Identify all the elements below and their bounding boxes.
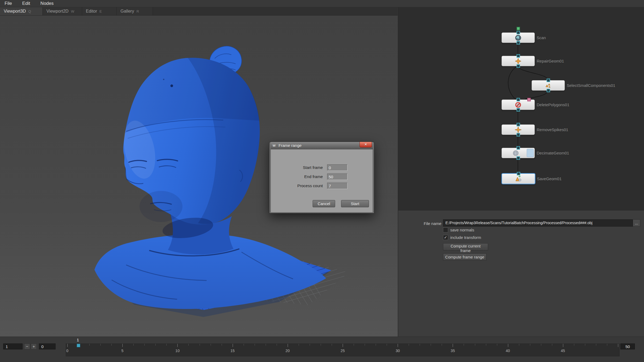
node-scan[interactable]: Scan	[502, 32, 535, 43]
node-decimategeom01[interactable]: DecimateGeom01	[502, 148, 535, 158]
output-port[interactable]	[517, 156, 520, 160]
node-selectsmallcomponents01[interactable]: SelectSmallComponents01	[532, 80, 565, 91]
ruler-tick	[453, 344, 453, 347]
dialog-body: Start frame End frame Process count Canc…	[270, 149, 373, 213]
ruler-label: 25	[341, 349, 345, 353]
tab-gallery[interactable]: Gallery R	[117, 7, 153, 15]
menu-bar: File Edit Nodes	[0, 0, 644, 7]
process-count-input[interactable]	[327, 183, 347, 189]
node-label: SelectSmallComponents01	[567, 80, 615, 90]
start-port[interactable]	[517, 27, 520, 30]
output-port[interactable]	[517, 133, 520, 136]
node-removespikes01[interactable]: RemoveSpikes01	[502, 124, 535, 135]
include-transform-checkbox[interactable]: ✓ include transform	[443, 235, 481, 240]
dialog-title: Frame range	[279, 143, 302, 148]
save-normals-checkbox[interactable]: save normals	[443, 227, 474, 232]
ruler-tick	[111, 344, 112, 346]
node-graph-panel[interactable]: Scan RepairGeom01 SelectSmallComponents0…	[398, 7, 644, 210]
ruler-label: 15	[230, 349, 235, 353]
input-port[interactable]	[517, 98, 520, 101]
tab-editor[interactable]: Editor E	[82, 7, 117, 15]
select-small-components-node-icon	[545, 82, 552, 89]
input-port[interactable]	[517, 172, 520, 175]
ruler-tick	[486, 344, 486, 346]
output-port[interactable]	[547, 89, 550, 92]
start-button[interactable]: Start	[341, 200, 369, 207]
menu-file[interactable]: File	[0, 0, 16, 7]
input-port[interactable]	[547, 79, 550, 82]
range-start-input[interactable]: 0	[39, 343, 56, 349]
ruler-tick	[574, 344, 574, 346]
tab-viewport3d[interactable]: Viewport3D Q	[0, 7, 43, 15]
input-port[interactable]	[517, 31, 520, 34]
ruler-tick	[420, 344, 420, 346]
ruler-tick	[508, 344, 508, 347]
menu-nodes[interactable]: Nodes	[36, 0, 58, 7]
tab-label: Viewport2D	[46, 9, 68, 14]
ruler-label: 5	[121, 349, 123, 353]
check-icon: ✓	[444, 235, 447, 240]
input-port[interactable]	[517, 146, 520, 150]
file-name-field[interactable]: E:/Projects/Wrap3Release/Scans/TutorialB…	[443, 219, 633, 227]
output-port[interactable]	[517, 41, 520, 45]
timeline-ruler[interactable]: 051015202530354045	[66, 343, 620, 356]
ruler-tick	[354, 344, 354, 346]
ruler-tick	[244, 344, 244, 346]
cancel-button[interactable]: Cancel	[313, 200, 335, 207]
tab-viewport2d[interactable]: Viewport2D W	[43, 7, 82, 15]
ruler-tick	[166, 344, 167, 346]
current-frame-input[interactable]: 1	[3, 343, 23, 349]
ruler-tick	[552, 344, 552, 346]
ruler-tick	[398, 344, 398, 347]
checkbox-label: include transform	[450, 235, 481, 240]
ruler-tick	[343, 344, 343, 347]
ruler-tick	[89, 344, 90, 346]
ruler-tick	[155, 344, 156, 346]
start-frame-input[interactable]	[327, 164, 347, 171]
decimate-node-icon	[512, 150, 519, 157]
ruler-tick	[67, 344, 68, 347]
node-secondary-section[interactable]	[527, 149, 534, 157]
viewport-tab-bar: Viewport3D Q Viewport2D W Editor E Galle…	[0, 7, 398, 16]
browse-button[interactable]: ...	[633, 219, 640, 227]
selection-input-port[interactable]	[527, 98, 531, 101]
input-port[interactable]	[517, 123, 520, 126]
process-count-label: Process count	[275, 183, 323, 189]
output-port[interactable]	[517, 64, 520, 68]
ruler-tick	[376, 344, 376, 346]
node-repairgeom01[interactable]: RepairGeom01	[502, 56, 535, 66]
ruler-tick	[563, 344, 563, 347]
ruler-tick	[299, 344, 299, 346]
node-deletepolygons01[interactable]: DeletePolygons01	[502, 99, 535, 110]
ruler-tick	[332, 344, 332, 346]
ruler-tick	[177, 344, 178, 347]
dialog-titlebar[interactable]: w Frame range ✕	[270, 142, 373, 149]
output-port[interactable]	[517, 108, 520, 112]
node-savegeom01[interactable]: SaveGeom01	[502, 173, 535, 184]
ruler-label: 40	[506, 349, 510, 353]
compute-frame-range-button[interactable]: Compute frame range	[443, 253, 486, 261]
ruler-tick	[607, 344, 607, 346]
save-geom-node-icon	[515, 175, 522, 182]
range-end-input[interactable]: 50	[620, 343, 635, 349]
ruler-label: 10	[175, 349, 180, 353]
playhead-marker[interactable]	[77, 344, 80, 347]
ruler-tick	[255, 344, 255, 346]
timeline-bar: 1 − + 0 1 051015202530354045 50	[0, 337, 644, 362]
ruler-tick	[431, 344, 431, 346]
ruler-tick	[585, 344, 585, 346]
frame-increment-button[interactable]: +	[31, 343, 37, 349]
savegeom-properties-panel: File name E:/Projects/Wrap3Release/Scans…	[398, 210, 644, 337]
ruler-tick	[310, 344, 310, 346]
input-port[interactable]	[517, 54, 520, 58]
compute-current-frame-button[interactable]: Compute current frame	[443, 243, 488, 250]
close-button[interactable]: ✕	[360, 142, 372, 147]
menu-edit[interactable]: Edit	[18, 0, 35, 7]
delete-polygons-node-icon	[515, 101, 522, 108]
node-label: DecimateGeom01	[537, 148, 569, 158]
frame-decrement-button[interactable]: −	[24, 343, 30, 349]
playhead-frame-label: 1	[77, 338, 79, 342]
ruler-tick	[266, 344, 266, 346]
end-frame-input[interactable]	[327, 173, 347, 180]
ruler-tick	[288, 344, 288, 347]
